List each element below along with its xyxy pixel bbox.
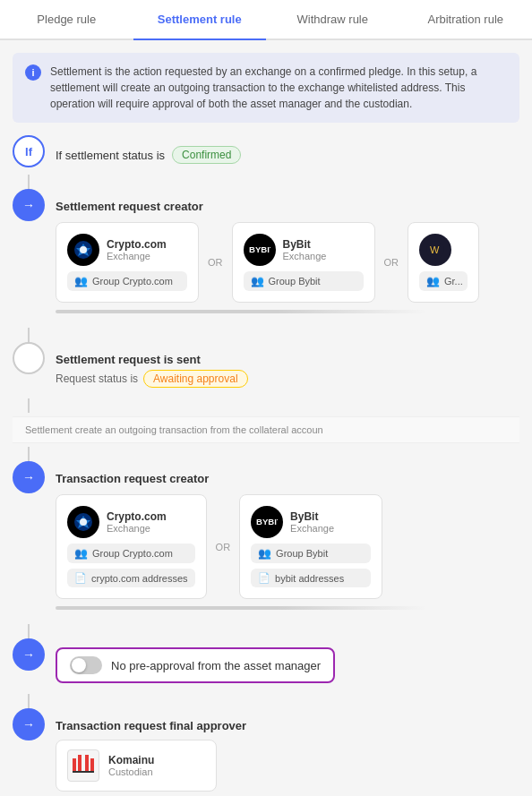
- info-icon: i: [25, 64, 41, 81]
- tab-settlement-rule[interactable]: Settlement rule: [133, 0, 267, 40]
- exchange-card-bybit[interactable]: BYBIT ByBit Exchange 👥 Group Bybit: [232, 222, 375, 303]
- if-condition-row: If settlement status is Confirmed: [56, 139, 519, 164]
- tab-pledge-rule[interactable]: Pledge rule: [0, 0, 133, 40]
- wi-group-label: Gr...: [444, 276, 463, 287]
- step-toggle-circle: →: [13, 638, 45, 671]
- svg-rect-13: [85, 755, 89, 773]
- komainu-info: Komainu Custodian: [108, 754, 154, 777]
- bybit-type: Exchange: [283, 251, 327, 261]
- wi-group-tag[interactable]: 👥 Gr...: [419, 271, 468, 291]
- tx-exchange-header-cryptocom: Crypto.com Exchange: [67, 506, 195, 538]
- step-tx-creator-circle: →: [13, 461, 45, 493]
- pre-approval-toggle[interactable]: [70, 656, 102, 674]
- step-final-approver-content: Transaction request final approver: [56, 708, 519, 796]
- group-icon-cryptocom: 👥: [74, 275, 88, 287]
- step-tx-creator-row: → Transaction request creator Crypto.com: [13, 461, 519, 621]
- tx-cryptocom-info: Crypto.com Exchange: [107, 510, 167, 534]
- tx-bybit-group-tag[interactable]: 👥 Group Bybit: [251, 544, 371, 563]
- step-toggle-content: No pre-approval from the asset manager: [56, 638, 519, 690]
- info-banner-text: Settlement is the action requested by an…: [50, 64, 507, 112]
- step-settlement-creator-content: Settlement request creator Crypto.com Ex…: [56, 189, 519, 324]
- step-settlement-creator-row: → Settlement request creator Crypto.co: [13, 189, 519, 324]
- svg-text:BYBIT: BYBIT: [249, 244, 270, 254]
- or-label-2: OR: [375, 222, 408, 303]
- toggle-label: No pre-approval from the asset manager: [111, 659, 321, 672]
- scroll-indicator-1: [56, 310, 426, 313]
- connector-2: [28, 328, 30, 342]
- step-settlement-sent-circle: [13, 342, 45, 374]
- if-condition-label: If settlement status is: [56, 149, 165, 162]
- tx-card-cryptocom[interactable]: Crypto.com Exchange 👥 Group Crypto.com 📄…: [56, 494, 207, 599]
- tx-card-bybit[interactable]: BYBIT ByBit Exchange 👥 Group Bybit: [239, 494, 382, 599]
- tx-address-icon-cryptocom: 📄: [74, 572, 87, 584]
- bybit-name: ByBit: [283, 238, 327, 251]
- arrow-icon: →: [22, 198, 35, 212]
- arrow-icon-4: →: [22, 717, 35, 732]
- tabs-bar: Pledge rule Settlement rule Withdraw rul…: [0, 0, 532, 40]
- tx-bybit-info: ByBit Exchange: [290, 510, 334, 534]
- svg-text:W: W: [430, 244, 440, 255]
- info-banner: i Settlement is the action requested by …: [13, 53, 519, 123]
- bybit-group-tag[interactable]: 👥 Group Bybit: [244, 271, 364, 291]
- final-approver-label: Transaction request final approver: [56, 712, 519, 732]
- or-label-1: OR: [199, 222, 232, 303]
- tx-cryptocom-address-tag[interactable]: 📄 crypto.com addresses: [67, 569, 195, 587]
- step-settlement-sent-content: Settlement request is sent Request statu…: [56, 342, 519, 395]
- exchange-header-wi: W: [419, 234, 468, 266]
- connector-1: [28, 175, 30, 189]
- flow-container: If If settlement status is Confirmed → S…: [13, 135, 519, 796]
- request-status-row: Request status is Awaiting approval: [56, 370, 519, 388]
- cryptocom-logo: [67, 234, 99, 266]
- svg-rect-11: [73, 758, 76, 773]
- settlement-sent-label: Settlement request is sent: [56, 346, 519, 366]
- komainu-logo: [67, 749, 99, 782]
- tx-bybit-address-tag[interactable]: 📄 bybit addresses: [251, 569, 371, 587]
- or-label-3: OR: [207, 494, 240, 599]
- tx-group-icon-bybit: 👥: [258, 547, 271, 560]
- tx-bybit-logo: BYBIT: [251, 506, 283, 538]
- flow-content: If If settlement status is Confirmed → S…: [0, 123, 532, 796]
- svg-rect-12: [78, 755, 82, 773]
- tx-cryptocom-type: Exchange: [107, 523, 167, 534]
- komainu-type: Custodian: [108, 766, 154, 777]
- svg-point-8: [80, 518, 87, 526]
- step-final-approver-circle: →: [13, 708, 45, 740]
- scroll-indicator-2: [56, 606, 426, 610]
- tx-exchange-header-bybit: BYBIT ByBit Exchange: [251, 506, 371, 538]
- tx-bybit-name: ByBit: [290, 510, 334, 523]
- tx-address-icon-bybit: 📄: [258, 572, 270, 584]
- cryptocom-type: Exchange: [107, 251, 167, 261]
- group-icon-bybit: 👥: [251, 275, 264, 287]
- step-final-approver-row: → Transaction request final approver: [13, 708, 519, 796]
- tab-arbitration-rule[interactable]: Arbitration rule: [399, 0, 533, 40]
- cryptocom-name: Crypto.com: [107, 238, 167, 251]
- svg-text:BYBIT: BYBIT: [256, 517, 278, 526]
- tx-creator-cards: Crypto.com Exchange 👥 Group Crypto.com 📄…: [56, 494, 519, 603]
- cryptocom-group-tag[interactable]: 👥 Group Crypto.com: [67, 271, 187, 291]
- connector-3: [28, 398, 30, 413]
- step-if-circle: If: [13, 135, 45, 167]
- tx-group-icon-cryptocom: 👥: [74, 547, 88, 560]
- exchange-card-wi[interactable]: W 👥 Gr...: [408, 222, 479, 303]
- tx-cryptocom-address: crypto.com addresses: [91, 573, 188, 584]
- request-status-text: Request status is: [56, 372, 138, 385]
- wi-logo: W: [419, 234, 451, 266]
- tab-withdraw-rule[interactable]: Withdraw rule: [266, 0, 399, 40]
- group-icon-wi: 👥: [426, 275, 440, 287]
- tx-bybit-address: bybit addresses: [275, 573, 344, 584]
- connector-4: [28, 447, 30, 461]
- toggle-row: No pre-approval from the asset manager: [56, 647, 335, 683]
- exchange-header-cryptocom: Crypto.com Exchange: [67, 234, 187, 266]
- tx-cryptocom-group-tag[interactable]: 👥 Group Crypto.com: [67, 544, 195, 563]
- if-condition-badge: Confirmed: [172, 146, 241, 164]
- step-settlement-creator-circle: →: [13, 189, 45, 221]
- bybit-logo: BYBIT: [244, 234, 276, 266]
- custodian-card-komainu[interactable]: Komainu Custodian: [56, 740, 217, 792]
- step-tx-creator-content: Transaction request creator Crypto.com E…: [56, 461, 519, 621]
- cryptocom-group-label: Group Crypto.com: [92, 276, 173, 287]
- exchange-card-cryptocom[interactable]: Crypto.com Exchange 👥 Group Crypto.com: [56, 222, 199, 303]
- info-note: Settlement create an outgoing transactio…: [13, 416, 519, 443]
- step-if-content: If settlement status is Confirmed: [56, 135, 519, 171]
- connector-6: [28, 694, 30, 708]
- bybit-group-label: Group Bybit: [269, 276, 321, 287]
